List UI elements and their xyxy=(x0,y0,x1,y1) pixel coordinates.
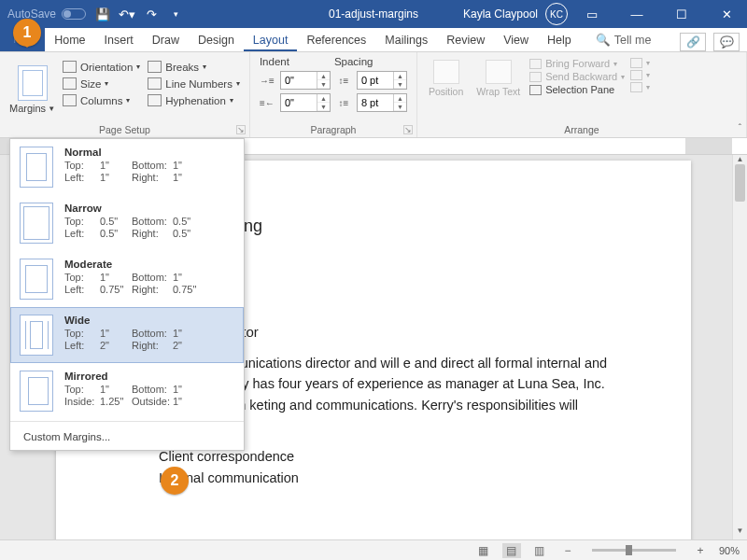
vertical-scrollbar[interactable]: ▲ ▼ xyxy=(732,155,747,539)
margins-option-narrow[interactable]: Narrow Top:0.5"Bottom:0.5" Left:0.5"Righ… xyxy=(10,195,244,251)
zoom-in-button[interactable]: + xyxy=(691,543,710,558)
zoom-level[interactable]: 90% xyxy=(719,545,740,556)
group-button: ▾ xyxy=(630,70,650,80)
tab-mailings[interactable]: Mailings xyxy=(375,30,437,51)
margins-normal-icon xyxy=(20,147,53,188)
selection-pane-button[interactable]: Selection Pane xyxy=(529,84,625,95)
tab-home[interactable]: Home xyxy=(45,30,94,51)
align-button: ▾ xyxy=(630,58,650,68)
spacing-header: Spacing xyxy=(334,56,374,67)
space-after-icon: ↕≡ xyxy=(336,96,351,109)
hyphenation-button[interactable]: Hyphenation▾ xyxy=(146,93,242,107)
autosave-group: AutoSave xyxy=(7,7,86,21)
size-icon xyxy=(63,77,77,90)
send-backward-button: Send Backward ▾ xyxy=(529,71,625,82)
tab-design[interactable]: Design xyxy=(189,30,244,51)
print-layout-icon[interactable]: ▤ xyxy=(502,543,521,558)
document-title: 01-adjust-margins xyxy=(329,7,418,21)
close-button[interactable]: ✕ xyxy=(706,0,747,28)
position-icon xyxy=(433,60,459,84)
tab-view[interactable]: View xyxy=(494,30,538,51)
columns-button[interactable]: Columns▾ xyxy=(61,93,142,107)
tab-insert[interactable]: Insert xyxy=(95,30,143,51)
indent-left-icon: →≡ xyxy=(260,74,275,87)
indent-right-input[interactable]: ▲▼ xyxy=(280,93,331,112)
orientation-icon xyxy=(63,61,77,73)
doc-list-item[interactable]: Internal communication xyxy=(159,468,616,489)
undo-icon[interactable]: ↶▾ xyxy=(120,7,134,21)
space-after-input[interactable]: ▲▼ xyxy=(357,93,407,112)
margins-dropdown: Normal Top:1"Bottom:1" Left:1"Right:1" N… xyxy=(9,138,245,451)
margins-option-normal[interactable]: Normal Top:1"Bottom:1" Left:1"Right:1" xyxy=(10,139,244,195)
chevron-down-icon: ▼ xyxy=(48,105,55,113)
comments-button[interactable]: 💬 xyxy=(713,33,740,51)
search-icon: 🔍 xyxy=(596,33,611,47)
dropdown-separator xyxy=(10,421,244,422)
user-name[interactable]: Kayla Claypool xyxy=(463,7,538,21)
indent-left-input[interactable]: ▲▼ xyxy=(280,71,331,90)
bring-forward-button: Bring Forward ▾ xyxy=(529,58,625,69)
paragraph-launcher[interactable]: ↘ xyxy=(403,125,413,134)
wrap-text-button: Wrap Text xyxy=(472,58,524,99)
page-setup-launcher[interactable]: ↘ xyxy=(236,125,246,134)
comment-icon: 💬 xyxy=(720,35,734,49)
send-backward-icon xyxy=(529,72,542,82)
scroll-down-icon[interactable]: ▼ xyxy=(733,526,747,539)
quick-access-toolbar: 💾 ↶▾ ↷ ▾ xyxy=(95,7,183,21)
maximize-button[interactable]: ☐ xyxy=(661,0,702,28)
margins-mirrored-icon xyxy=(20,371,53,412)
user-avatar[interactable]: KC xyxy=(545,3,568,25)
line-numbers-button[interactable]: Line Numbers▾ xyxy=(146,77,242,91)
margins-moderate-icon xyxy=(20,259,53,300)
tell-me-search[interactable]: 🔍Tell me xyxy=(586,29,661,51)
read-mode-icon[interactable]: ▦ xyxy=(474,543,493,558)
collapse-ribbon-button[interactable]: ˆ xyxy=(739,123,741,133)
paragraph-label: Paragraph xyxy=(250,124,416,135)
margins-option-wide[interactable]: Wide Top:1"Bottom:1" Left:2"Right:2" xyxy=(10,307,244,363)
redo-icon[interactable]: ↷ xyxy=(144,7,159,21)
rotate-icon xyxy=(630,82,642,92)
scroll-thumb[interactable] xyxy=(735,164,745,202)
qat-customize-icon[interactable]: ▾ xyxy=(168,7,183,21)
tab-references[interactable]: References xyxy=(297,30,375,51)
group-icon xyxy=(630,70,642,80)
ribbon-tabs: File Home Insert Draw Design Layout Refe… xyxy=(0,28,747,52)
bring-forward-icon xyxy=(529,59,542,69)
line-numbers-icon xyxy=(148,77,162,90)
size-button[interactable]: Size▾ xyxy=(61,77,142,91)
space-before-input[interactable]: ▲▼ xyxy=(357,71,407,90)
breaks-button[interactable]: Breaks▾ xyxy=(146,60,242,74)
orientation-button[interactable]: Orientation▾ xyxy=(61,60,142,74)
margins-option-mirrored[interactable]: Mirrored Top:1"Bottom:1" Inside:1.25"Out… xyxy=(10,363,244,419)
autosave-toggle[interactable] xyxy=(62,8,86,20)
breaks-icon xyxy=(148,61,162,73)
margins-button[interactable]: Margins▼ xyxy=(7,56,57,123)
save-icon[interactable]: 💾 xyxy=(95,7,110,21)
callout-2: 2 xyxy=(161,467,189,495)
share-button[interactable]: 🔗 xyxy=(680,33,706,51)
margins-wide-icon xyxy=(20,315,53,356)
margins-option-moderate[interactable]: Moderate Top:1"Bottom:1" Left:0.75"Right… xyxy=(10,251,244,307)
position-button: Position xyxy=(425,58,467,99)
minimize-button[interactable]: — xyxy=(616,0,657,28)
zoom-out-button[interactable]: − xyxy=(558,543,577,558)
wrap-icon xyxy=(486,60,512,84)
ribbon-options-icon[interactable]: ▭ xyxy=(571,0,613,28)
status-bar: ▦ ▤ ▥ − + 90% xyxy=(0,539,747,560)
callout-1: 1 xyxy=(13,19,41,47)
web-layout-icon[interactable]: ▥ xyxy=(530,543,549,558)
share-icon: 🔗 xyxy=(686,35,700,49)
arrange-label: Arrange xyxy=(417,124,746,135)
indent-header: Indent xyxy=(260,56,289,67)
custom-margins-item[interactable]: Custom Margins... xyxy=(10,424,244,450)
zoom-slider[interactable] xyxy=(592,549,676,552)
tab-layout[interactable]: Layout xyxy=(244,30,298,51)
margins-narrow-icon xyxy=(20,203,53,244)
titlebar: AutoSave 💾 ↶▾ ↷ ▾ 01-adjust-margins Kayl… xyxy=(0,0,747,28)
margins-icon xyxy=(18,65,48,101)
tab-review[interactable]: Review xyxy=(437,30,494,51)
ribbon: Margins▼ Orientation▾ Size▾ Columns▾ Bre… xyxy=(0,52,747,138)
tab-draw[interactable]: Draw xyxy=(143,30,189,51)
tab-help[interactable]: Help xyxy=(538,30,581,51)
rotate-button: ▾ xyxy=(630,82,650,92)
